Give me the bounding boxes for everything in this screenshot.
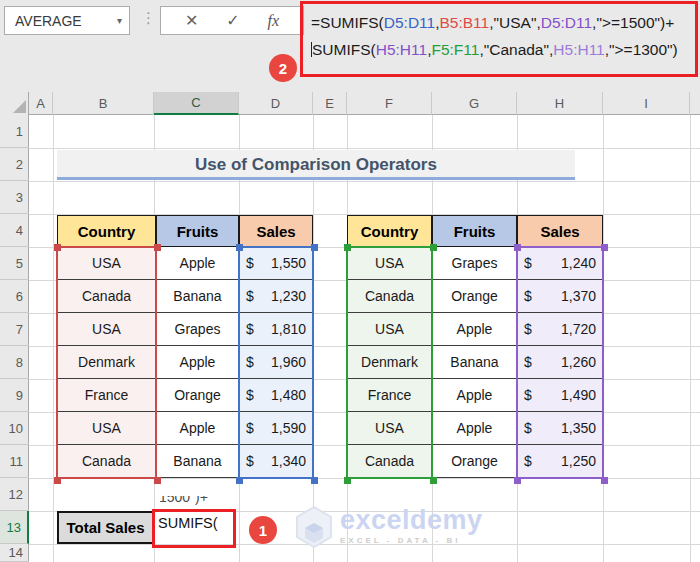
- cell-sales[interactable]: $1,230: [239, 280, 313, 313]
- currency-symbol: $: [524, 354, 532, 370]
- cell-sales[interactable]: $1,720: [517, 313, 603, 346]
- row-header-9[interactable]: 9: [0, 379, 29, 412]
- formula-segment: SUMIFS(: [312, 41, 376, 58]
- cell-fruit[interactable]: Apple: [156, 346, 239, 379]
- annotation-badge-2: 2: [269, 54, 297, 82]
- cancel-icon[interactable]: ✕: [185, 11, 198, 30]
- currency-symbol: $: [246, 321, 254, 337]
- formula-input[interactable]: =SUMIFS(D5:D11,B5:B11,"USA",D5:D11,">=15…: [300, 1, 698, 77]
- formula-line-1: =SUMIFS(D5:D11,B5:B11,"USA",D5:D11,">=15…: [311, 9, 695, 36]
- cell-country[interactable]: USA: [347, 412, 432, 445]
- cell-fruit[interactable]: Apple: [432, 412, 517, 445]
- formula-segment: H5:H11: [376, 41, 427, 58]
- column-header-E[interactable]: E: [313, 92, 347, 115]
- cell-sales[interactable]: $1,590: [239, 412, 313, 445]
- cell-country[interactable]: Denmark: [57, 346, 156, 379]
- currency-symbol: $: [524, 288, 532, 304]
- cell-country[interactable]: USA: [57, 247, 156, 280]
- row-header-7[interactable]: 7: [0, 313, 29, 346]
- column-header-F[interactable]: F: [347, 92, 432, 115]
- cell-sales[interactable]: $1,240: [517, 247, 603, 280]
- gridline-vertical: [53, 115, 54, 562]
- column-header-B[interactable]: B: [53, 92, 154, 115]
- cell-sales[interactable]: $1,960: [239, 346, 313, 379]
- row-header-2[interactable]: 2: [0, 148, 29, 181]
- watermark-name: exceldemy: [340, 505, 483, 535]
- column-header-C[interactable]: C: [154, 92, 239, 115]
- cell-fruit[interactable]: Apple: [156, 412, 239, 445]
- cell-fruit[interactable]: Grapes: [432, 247, 517, 280]
- row-header-11[interactable]: 11: [0, 445, 29, 478]
- row-header-5[interactable]: 5: [0, 247, 29, 280]
- insert-function-icon[interactable]: fx: [268, 12, 280, 30]
- formula-segment: ,">=1300"): [605, 41, 678, 58]
- formula-segment: D5:D11: [541, 14, 592, 31]
- cell-fruit[interactable]: Orange: [432, 280, 517, 313]
- cell-sales[interactable]: $1,490: [517, 379, 603, 412]
- cell-country[interactable]: Canada: [57, 445, 156, 478]
- worksheet-title: Use of Comparison Operators: [57, 150, 575, 180]
- cell-country[interactable]: Canada: [347, 445, 432, 478]
- cell-country[interactable]: USA: [347, 247, 432, 280]
- currency-symbol: $: [246, 420, 254, 436]
- row-header-8[interactable]: 8: [0, 346, 29, 379]
- cell-fruit[interactable]: Grapes: [156, 313, 239, 346]
- cell-sales[interactable]: $1,250: [517, 445, 603, 478]
- sales-value: 1,370: [561, 288, 596, 304]
- cell-country[interactable]: Denmark: [347, 346, 432, 379]
- sales-value: 1,340: [271, 453, 306, 469]
- currency-symbol: $: [524, 255, 532, 271]
- select-all-triangle-icon: [13, 100, 26, 113]
- cell-country[interactable]: France: [347, 379, 432, 412]
- column-header-D[interactable]: D: [239, 92, 313, 115]
- cell-country[interactable]: France: [57, 379, 156, 412]
- cell-fruit[interactable]: Orange: [156, 379, 239, 412]
- total-sales-label[interactable]: Total Sales: [57, 511, 154, 544]
- cell-fruit[interactable]: Orange: [432, 445, 517, 478]
- chevron-down-icon[interactable]: ▾: [117, 15, 122, 26]
- formula-bar-separator-icon: ⋮: [141, 9, 155, 29]
- cell-sales[interactable]: $1,370: [517, 280, 603, 313]
- select-all-corner[interactable]: [0, 92, 29, 115]
- cell-fruit[interactable]: Apple: [432, 313, 517, 346]
- sales-value: 1,960: [271, 354, 306, 370]
- cell-sales[interactable]: $1,350: [517, 412, 603, 445]
- sales-value: 1,250: [561, 453, 596, 469]
- cell-sales[interactable]: $1,480: [239, 379, 313, 412]
- cell-fruit[interactable]: Banana: [156, 445, 239, 478]
- cell-fruit[interactable]: Banana: [156, 280, 239, 313]
- cell-sales[interactable]: $1,550: [239, 247, 313, 280]
- sales-value: 1,240: [561, 255, 596, 271]
- row-header-13[interactable]: 13: [0, 511, 29, 544]
- cell-country[interactable]: USA: [57, 313, 156, 346]
- sales-value: 1,490: [561, 387, 596, 403]
- table1-header-fruits: Fruits: [156, 215, 239, 247]
- cell-fruit[interactable]: Banana: [432, 346, 517, 379]
- cell-country[interactable]: Canada: [57, 280, 156, 313]
- name-box[interactable]: AVERAGE ▾: [4, 6, 130, 35]
- formula-segment: =SUMIFS(: [311, 14, 384, 31]
- cell-country[interactable]: Canada: [347, 280, 432, 313]
- column-header-G[interactable]: G: [432, 92, 517, 115]
- cell-country[interactable]: USA: [347, 313, 432, 346]
- row-header-4[interactable]: 4: [0, 214, 29, 247]
- enter-icon[interactable]: ✓: [226, 11, 239, 30]
- column-header-A[interactable]: A: [29, 92, 53, 115]
- row-header-6[interactable]: 6: [0, 280, 29, 313]
- annotation-badge-1: 1: [249, 516, 277, 544]
- cell-sales[interactable]: $1,340: [239, 445, 313, 478]
- cell-fruit[interactable]: Apple: [432, 379, 517, 412]
- column-header-H[interactable]: H: [517, 92, 603, 115]
- cell-sales[interactable]: $1,260: [517, 346, 603, 379]
- cell-fruit[interactable]: Apple: [156, 247, 239, 280]
- column-header-I[interactable]: I: [603, 92, 690, 115]
- row-header-3[interactable]: 3: [0, 181, 29, 214]
- row-header-14[interactable]: 14: [0, 544, 29, 562]
- excel-window: AVERAGE ▾ ⋮ ✕ ✓ fx =SUMIFS(D5:D11,B5:B11…: [0, 0, 700, 562]
- row-header-12[interactable]: 12: [0, 478, 29, 511]
- cell-sales[interactable]: $1,810: [239, 313, 313, 346]
- currency-symbol: $: [524, 453, 532, 469]
- cell-country[interactable]: USA: [57, 412, 156, 445]
- row-header-1[interactable]: 1: [0, 115, 29, 148]
- row-header-10[interactable]: 10: [0, 412, 29, 445]
